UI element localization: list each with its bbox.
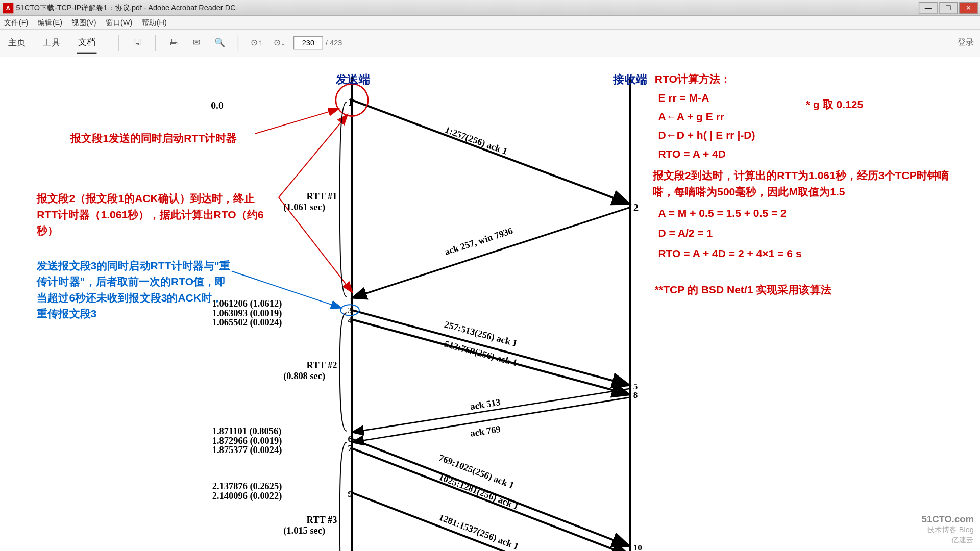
svg-line-12 xyxy=(255,109,339,134)
receiver-label: 接收端 xyxy=(613,71,647,88)
pdf-icon: A xyxy=(3,3,13,13)
prev-page-icon[interactable]: ⊙↑ xyxy=(251,37,263,49)
menu-help[interactable]: 帮助(H) xyxy=(142,17,167,28)
tab-tools[interactable]: 工具 xyxy=(42,33,62,53)
sender-label: 发送端 xyxy=(336,71,370,88)
f4: RTO = A + 4D xyxy=(658,146,726,163)
minimize-button[interactable]: — xyxy=(919,2,938,14)
page-input[interactable] xyxy=(293,36,323,49)
search-icon[interactable]: 🔍 xyxy=(213,37,226,49)
ts3b: 2.140096 (0.0022) xyxy=(212,489,282,503)
n1: 1 xyxy=(348,94,354,110)
note-bsd: **TCP 的 BSD Net/1 实现采用该算法 xyxy=(655,282,831,298)
rtt3b: (1.015 sec) xyxy=(283,523,325,538)
menu-bar: 文件(F) 编辑(E) 视图(V) 窗口(W) 帮助(H) xyxy=(0,16,980,30)
next-page-icon[interactable]: ⊙↓ xyxy=(273,37,285,49)
tab-document[interactable]: 文档 xyxy=(77,32,96,53)
menu-edit[interactable]: 编辑(E) xyxy=(38,17,62,28)
tab-home[interactable]: 主页 xyxy=(7,33,27,53)
close-button[interactable]: ✕ xyxy=(959,2,978,14)
menu-file[interactable]: 文件(F) xyxy=(4,17,28,28)
svg-line-4 xyxy=(352,310,630,385)
fg: * g 取 0.125 xyxy=(806,96,863,113)
n2: 2 xyxy=(633,200,639,216)
c3: RTO = A + 4D = 2 + 4×1 = 6 s xyxy=(658,246,801,262)
menu-window[interactable]: 窗口(W) xyxy=(106,17,132,28)
n4: 4 xyxy=(348,313,353,327)
exp1: 报文段2到达时，计算出的RTT为1.061秒，经历3个TCP时钟嘀嗒，每嘀嗒为5… xyxy=(653,168,955,200)
f1: E rr = M-A xyxy=(658,90,709,106)
toolbar: 主页 工具 文档 🖫 🖶 ✉ 🔍 ⊙↑ ⊙↓ / 423 登录 xyxy=(0,30,980,57)
n8: 8 xyxy=(633,389,638,402)
login-link[interactable]: 登录 xyxy=(958,37,974,48)
svg-line-13 xyxy=(279,114,348,197)
document-area: 发送端 接收端 0.0 报文段1发送的同时启动RTT计时器 报文段2（报文段1的… xyxy=(0,57,980,551)
page-total: / 423 xyxy=(326,39,342,47)
watermark: 51CTO.com 技术博客 Blog 亿速云 xyxy=(922,513,974,544)
note-seg3: 发送报文段3的同时启动RTT计时器与"重传计时器"，后者取前一次的RTO值，即当… xyxy=(37,258,232,322)
menu-view[interactable]: 视图(V) xyxy=(71,17,96,28)
ts1c: 1.065502 (0.0024) xyxy=(212,315,282,330)
title-bar: A 51CTO下载-TCP-IP详解卷1：协议.pdf - Adobe Acro… xyxy=(0,0,980,16)
n7: 7 xyxy=(348,442,353,455)
ts2c: 1.875377 (0.0024) xyxy=(212,443,282,457)
rtt2b: (0.808 sec) xyxy=(283,369,325,384)
c2: D = A/2 = 1 xyxy=(658,226,713,242)
note-seg2: 报文段2（报文段1的ACK确认）到达时，终止RTT计时器（1.061秒），据此计… xyxy=(37,191,275,239)
time-zero: 0.0 xyxy=(211,98,224,113)
print-icon[interactable]: 🖶 xyxy=(168,37,180,49)
save-icon[interactable]: 🖫 xyxy=(131,37,143,49)
maximize-button[interactable]: ☐ xyxy=(939,2,958,14)
rtt1b: (1.061 sec) xyxy=(283,200,325,214)
svg-line-3 xyxy=(352,208,630,298)
n9: 9 xyxy=(348,487,353,500)
window-title: 51CTO下载-TCP-IP详解卷1：协议.pdf - Adobe Acroba… xyxy=(16,3,918,13)
f3: D←D + h( | E rr |-D) xyxy=(658,128,755,144)
mail-icon[interactable]: ✉ xyxy=(191,37,203,49)
rto-title: RTO计算方法： xyxy=(655,71,731,87)
c1: A = M + 0.5 = 1.5 + 0.5 = 2 xyxy=(658,206,786,222)
f2: A←A + g E rr xyxy=(658,109,724,125)
note-seg1: 报文段1发送的同时启动RTT计时器 xyxy=(70,130,237,146)
